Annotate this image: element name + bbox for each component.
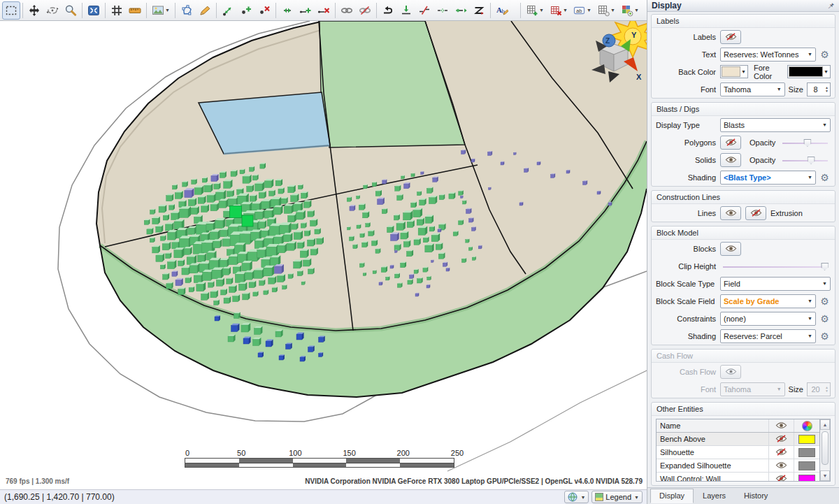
orbit-tool-button[interactable] [43, 1, 62, 20]
zoom-tool-button[interactable] [62, 1, 80, 20]
pan-tool-button[interactable] [25, 1, 43, 20]
labels-visibility-toggle[interactable] [720, 30, 741, 44]
extend-string-button[interactable] [452, 1, 470, 20]
fore-color-picker[interactable]: ▼ [787, 65, 831, 78]
blast-shading-settings-gear[interactable]: ⚙ [819, 173, 831, 182]
pin-icon[interactable]: 📌︎ [827, 1, 835, 10]
entity-row[interactable]: Expanded Silhouette [657, 459, 819, 473]
panel-tab-display[interactable]: Display [650, 489, 694, 503]
annotate-text-button[interactable]: Ab [493, 1, 511, 20]
scrollbar-thumb[interactable] [822, 431, 829, 465]
blocks-visibility-toggle[interactable] [720, 242, 741, 256]
constraints-dropdown[interactable]: (none)▼ [720, 312, 816, 326]
slider-thumb[interactable] [803, 139, 811, 147]
entity-name[interactable]: Silhouette [657, 446, 769, 459]
constraints-settings-gear[interactable]: ⚙ [819, 314, 831, 324]
entity-color-swatch[interactable] [794, 459, 819, 472]
entity-name[interactable]: Expanded Silhouette [657, 459, 769, 472]
insert-vertex-button[interactable] [237, 1, 255, 20]
panel-tab-history[interactable]: History [735, 489, 777, 503]
extrusion-visibility-toggle[interactable] [745, 206, 766, 220]
label-tools-button[interactable]: ab▼ [571, 1, 594, 20]
measure-ruler-button[interactable] [126, 1, 144, 20]
block-scale-field-settings-gear[interactable]: ⚙ [819, 296, 831, 306]
entity-row[interactable]: Bench Above [657, 433, 819, 446]
fps-readout: 769 fps | 1.300 ms/f [6, 477, 69, 485]
entity-name[interactable]: Wall Control: Wall [657, 473, 769, 481]
move-vertex-button[interactable] [219, 1, 237, 20]
entity-visibility-toggle[interactable] [769, 433, 794, 445]
entity-row[interactable]: Silhouette [657, 446, 819, 459]
entity-color-swatch[interactable] [794, 433, 819, 445]
color-column-header[interactable] [794, 419, 819, 432]
select-marquee-button[interactable] [2, 1, 20, 20]
entity-visibility-toggle[interactable] [769, 473, 794, 481]
slider-thumb[interactable] [808, 157, 815, 164]
dropdown-caret-icon: ▼ [563, 8, 568, 13]
label-text-settings-gear[interactable]: ⚙ [819, 50, 831, 59]
reverse-string-button[interactable] [379, 1, 397, 20]
scroll-up-arrow[interactable]: ▲ [820, 419, 830, 430]
solids-opacity-label: Opacity [750, 156, 775, 164]
blast-tools-button[interactable]: ▼ [547, 1, 571, 20]
table-scrollbar[interactable]: ▲ ▼ [819, 419, 830, 481]
cash-flow-visibility-toggle[interactable] [720, 365, 741, 379]
entity-visibility-toggle[interactable] [769, 459, 794, 472]
entity-color-swatch[interactable] [794, 446, 819, 459]
entity-visibility-toggle[interactable] [769, 446, 794, 459]
spinner-arrows-icon[interactable]: ▲▼ [824, 86, 830, 93]
break-string-button[interactable] [415, 1, 433, 20]
3d-viewport[interactable]: Z Y X 050100150200250 769 fps | 1.300 ms… [0, 21, 647, 489]
dropdown-caret-icon: ▼ [808, 52, 812, 57]
drape-string-button[interactable] [397, 1, 415, 20]
cash-font-size-spinner[interactable]: 20 ▲▼ [807, 382, 831, 396]
name-column-header[interactable]: Name [657, 419, 769, 432]
delete-segment-button[interactable] [315, 1, 333, 20]
scroll-down-arrow[interactable]: ▼ [820, 470, 830, 481]
append-segment-button[interactable] [296, 1, 315, 20]
entity-color-swatch[interactable] [794, 473, 819, 481]
polygons-opacity-slider[interactable] [782, 138, 828, 147]
polygons-visibility-toggle[interactable] [720, 136, 741, 150]
solids-opacity-slider[interactable] [782, 155, 828, 165]
scale-bar-row2 [185, 463, 454, 468]
delete-vertex-button[interactable] [255, 1, 273, 20]
lines-visibility-toggle[interactable] [720, 206, 741, 220]
view-globe-button[interactable]: ▼ [564, 491, 589, 503]
block-scale-type-dropdown[interactable]: Field▼ [720, 277, 831, 291]
cash-font-dropdown[interactable]: Tahoma▼ [720, 382, 785, 396]
grid-toggle-button[interactable] [108, 1, 126, 20]
slider-thumb[interactable] [821, 263, 829, 271]
display-type-dropdown[interactable]: Blasts▼ [720, 118, 831, 132]
legend-button[interactable]: Legend ▼ [591, 491, 643, 503]
edit-pencil-button[interactable] [196, 1, 214, 20]
smooth-string-button[interactable] [470, 1, 488, 20]
blast-shading-dropdown[interactable]: <Blast Type>▼ [720, 171, 816, 185]
solids-visibility-toggle[interactable] [720, 153, 741, 167]
block-tools-button[interactable]: ▼ [523, 1, 547, 20]
plot-image-button[interactable]: ▼ [149, 1, 173, 20]
grid-tools-button[interactable]: ▼ [594, 1, 618, 20]
shade-tools-button[interactable]: ▼ [618, 1, 642, 20]
back-color-picker[interactable]: ▼ [720, 65, 748, 78]
visibility-column-header[interactable] [769, 419, 794, 432]
block-shading-settings-gear[interactable]: ⚙ [819, 331, 831, 341]
move-segment-button[interactable] [278, 1, 296, 20]
join-strings-button[interactable] [433, 1, 452, 20]
block-shading-dropdown[interactable]: Reserves: Parcel▼ [720, 329, 816, 343]
link-strings-button[interactable] [338, 1, 356, 20]
label-text-dropdown[interactable]: Reserves: WetTonnes▼ [720, 48, 816, 62]
panel-tab-layers[interactable]: Layers [694, 489, 735, 503]
entity-row[interactable]: Wall Control: Wall [657, 473, 819, 481]
digitize-polygon-button[interactable] [178, 1, 196, 20]
font-size-spinner[interactable]: 8 ▲▼ [807, 82, 831, 96]
zoom-extents-button[interactable] [85, 1, 103, 20]
font-dropdown[interactable]: Tahoma▼ [720, 82, 785, 96]
block-scale-field-dropdown[interactable]: Scale by Grade▼ [720, 294, 816, 308]
clip-height-slider[interactable] [723, 261, 828, 271]
scale-bar: 050100150200250 [185, 449, 454, 468]
fore-color-label: Fore Color [754, 64, 784, 80]
panel-header: Display 📌︎ [647, 0, 839, 12]
unlink-strings-button[interactable] [356, 1, 374, 20]
entity-name[interactable]: Bench Above [657, 433, 769, 445]
